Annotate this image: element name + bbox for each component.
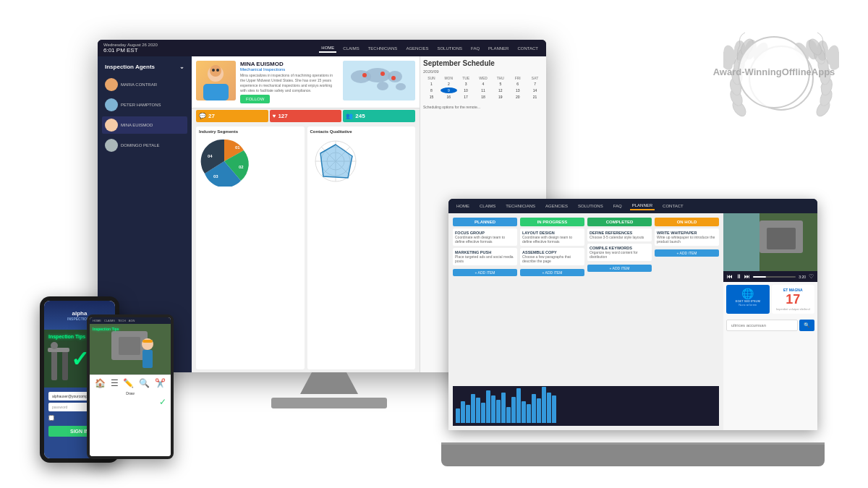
- confirm-check-icon[interactable]: ✓: [159, 397, 166, 407]
- svg-point-38: [391, 76, 396, 80]
- pause-button[interactable]: ⏸: [736, 273, 741, 280]
- svg-point-61: [51, 342, 58, 349]
- kanban-card-whitepaper[interactable]: WRITE WHITEPAPER Write up whitepaper to …: [655, 228, 719, 246]
- kanban-card-compile-keywords[interactable]: COMPILE KEYWORDS Organize key word conte…: [587, 244, 652, 261]
- card-desc-marketing-push: Place targeted ads and social media post…: [455, 254, 515, 263]
- kanban-card-focus-group[interactable]: FOCUS GROUP Coordinate with design team …: [453, 228, 517, 246]
- calendar-grid: SUN MON TUE WED THU FRI SAT 1 2 3 4 5: [423, 76, 543, 100]
- media-progress-bar[interactable]: [753, 276, 796, 278]
- nav-technicians[interactable]: TECHNICIANS: [366, 45, 400, 52]
- laptop-nav-claims[interactable]: CLAIMS: [477, 202, 498, 210]
- laptop-nav-contact[interactable]: CONTACT: [660, 202, 686, 210]
- laptop-nav-home[interactable]: HOME: [454, 202, 472, 210]
- svg-text:03: 03: [213, 174, 218, 179]
- follow-button[interactable]: FOLLOW: [240, 95, 270, 103]
- agent-name-mina: MINA EUISMOD: [121, 123, 153, 127]
- laptop-base: [441, 445, 825, 466]
- prev-button[interactable]: ⏮: [727, 273, 733, 280]
- svg-point-34: [377, 82, 388, 90]
- agent-name-domingo: DOMINGO PETALE: [121, 143, 160, 147]
- home-tool-icon[interactable]: 🏠: [95, 378, 106, 388]
- sidebar-agent-domingo[interactable]: DOMINGO PETALE: [102, 137, 187, 154]
- agent-name-maria: MARIA CONTRAR: [121, 82, 157, 87]
- bar-20: [552, 395, 556, 423]
- laptop-app: HOME CLAIMS TECHNICIANS AGENCIES SOLUTIO…: [448, 199, 817, 430]
- cal-day-4: 4: [475, 81, 492, 87]
- agent-avatar-maria: [105, 78, 118, 91]
- cal-day-10: 10: [458, 87, 475, 93]
- nav-planner[interactable]: PLANNER: [486, 45, 511, 52]
- pen-tool-icon[interactable]: ✏️: [123, 378, 134, 388]
- card-desc-define: Choose 3-5 calendar style layouts: [590, 235, 650, 239]
- add-item-completed[interactable]: + ADD ITEM: [587, 265, 652, 272]
- svg-point-32: [365, 68, 391, 82]
- svg-rect-56: [723, 213, 760, 271]
- schedule-title: September Schedule: [423, 59, 543, 67]
- sidebar-title: Inspection Agents ⌄: [102, 61, 187, 73]
- media-progress-fill: [753, 276, 766, 278]
- contacts-chart-title: Contacts Qualitative: [310, 129, 413, 134]
- edit-tool-icon[interactable]: ✂️: [155, 378, 166, 388]
- kanban-card-layout-design[interactable]: LAYOUT DESIGN Coordinate with design tea…: [520, 228, 584, 246]
- tablet-nav-claims[interactable]: CLAIMS: [104, 319, 115, 322]
- favorite-icon[interactable]: ♡: [809, 273, 814, 280]
- laptop-nav-planner[interactable]: PLANNER: [630, 202, 655, 210]
- cal-day-9[interactable]: 9: [441, 87, 457, 93]
- kanban-card-marketing-push[interactable]: MARKETING PUSH Place targeted ads and so…: [453, 248, 517, 265]
- nav-home[interactable]: HOME: [319, 44, 336, 53]
- kanban-columns: PLANNED FOCUS GROUP Coordinate with desi…: [453, 218, 719, 383]
- next-button[interactable]: ⏭: [744, 273, 750, 280]
- add-item-planned[interactable]: + ADD ITEM: [453, 269, 517, 276]
- cal-day-16: 16: [441, 94, 457, 100]
- nav-claims[interactable]: CLAIMS: [341, 45, 361, 52]
- svg-point-35: [396, 83, 406, 90]
- app-main-content: MINA EUISMOD Mechanical Inspections Mina…: [192, 56, 420, 372]
- dropdown-icon[interactable]: ⌄: [179, 64, 184, 70]
- stat-box-orange: 💬 27: [196, 110, 268, 122]
- search-button[interactable]: 🔍: [799, 320, 814, 331]
- profile-section: MINA EUISMOD Mechanical Inspections Mina…: [192, 56, 420, 108]
- bar-3: [466, 405, 470, 423]
- laptop-nav-technicians[interactable]: TECHNICIANS: [503, 202, 537, 210]
- search-tool-icon[interactable]: 🔍: [139, 378, 150, 388]
- cal-day-7: 7: [527, 81, 543, 87]
- stat-box-red: ♥ 127: [270, 110, 342, 122]
- scene: Award-Winning Offline Apps Wednesday Aug…: [0, 0, 868, 488]
- tablet-nav-home[interactable]: HOME: [93, 319, 101, 322]
- kanban-card-define-refs[interactable]: DEFINE REFERENCES Choose 3-5 calendar st…: [587, 228, 652, 241]
- laptop-nav-faq[interactable]: FAQ: [611, 202, 624, 210]
- kanban-col-planned: PLANNED FOCUS GROUP Coordinate with desi…: [453, 218, 517, 383]
- award-badge: Award-Winning Offline Apps: [723, 22, 825, 123]
- kanban-header-inprogress: IN PROGRESS: [520, 218, 584, 226]
- sidebar-agent-maria[interactable]: MARIA CONTRAR: [102, 76, 187, 93]
- remember-checkbox[interactable]: [48, 415, 54, 421]
- nav-faq[interactable]: FAQ: [469, 45, 482, 52]
- pie-chart-svg: 01 02 03 04: [199, 136, 250, 187]
- search-input[interactable]: [726, 320, 798, 331]
- add-item-onhold[interactable]: + ADD ITEM: [655, 249, 719, 257]
- svg-rect-68: [119, 337, 140, 355]
- nav-contact[interactable]: CONTACT: [515, 45, 540, 52]
- laptop-nav-agencies[interactable]: AGENCIES: [543, 202, 570, 210]
- tablet-nav-tech[interactable]: TECH: [118, 319, 126, 322]
- menu-tool-icon[interactable]: ☰: [111, 378, 119, 388]
- sidebar-agent-peter[interactable]: PETER HAMPTONS: [102, 96, 187, 114]
- cal-day-21: 21: [527, 94, 543, 100]
- profile-role: Mechanical Inspections: [240, 67, 339, 72]
- nav-solutions[interactable]: SOLUTIONS: [435, 45, 464, 52]
- sidebar-agent-mina[interactable]: MINA EUISMOD: [102, 116, 187, 134]
- tablet-nav-agencies[interactable]: AGN: [129, 319, 135, 322]
- schedule-note: Scheduling options for the remote...: [423, 105, 543, 109]
- cal-day-12: 12: [492, 87, 509, 93]
- cal-header-fri: FRI: [509, 76, 526, 80]
- laptop-nav: HOME CLAIMS TECHNICIANS AGENCIES SOLUTIO…: [448, 199, 817, 213]
- laptop-right-panel: ▶ ⏮ ⏸ ⏭ 3:20 ♡: [723, 213, 817, 430]
- kanban-card-assemble-copy[interactable]: ASSEMBLE COPY Choose a few paragraphs th…: [520, 248, 584, 265]
- nav-agencies[interactable]: AGENCIES: [404, 45, 430, 52]
- add-item-inprogress[interactable]: + ADD ITEM: [520, 269, 584, 276]
- laptop-screen: HOME CLAIMS TECHNICIANS AGENCIES SOLUTIO…: [448, 199, 817, 430]
- inspection-image: Inspection Tips: [90, 324, 171, 374]
- stat-value-245: 245: [355, 113, 365, 119]
- bar-4: [471, 394, 475, 423]
- laptop-nav-solutions[interactable]: SOLUTIONS: [576, 202, 605, 210]
